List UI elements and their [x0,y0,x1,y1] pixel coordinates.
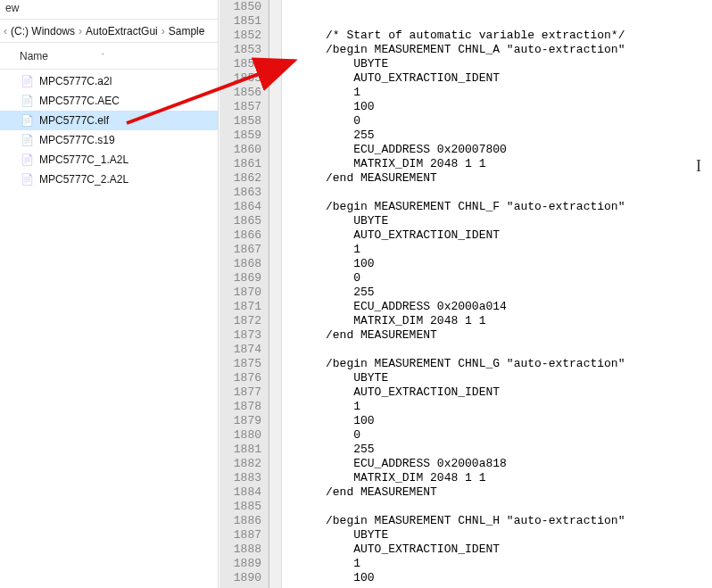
crumb-folder[interactable]: AutoExtractGui [86,25,158,37]
file-row[interactable]: 📄MPC5777C_2.A2L [0,170,218,189]
line-number: 1878 [227,400,261,414]
line-number: 1863 [227,186,261,200]
code-line[interactable]: 100 [291,414,712,428]
line-number: 1850 [227,0,261,14]
file-icon: 📄 [20,133,34,147]
line-number: 1884 [227,485,261,500]
chevron-right-icon: › [161,25,165,37]
code-line[interactable]: 0 [291,271,712,286]
line-number: 1887 [227,528,261,542]
chevron-right-icon: › [79,25,82,37]
code-line[interactable]: MATRIX_DIM 2048 1 1 [291,314,712,328]
line-number: 1875 [227,357,261,371]
chevron-left-icon[interactable]: ‹ [4,25,7,37]
file-row[interactable]: 📄MPC5777C.AEC [0,91,218,111]
code-line[interactable]: AUTO_EXTRACTION_IDENT [291,71,712,86]
crumb-root[interactable]: (C:) Windows [11,25,75,37]
line-number: 1859 [227,128,261,143]
breadcrumb[interactable]: ‹ (C:) Windows › AutoExtractGui › Sample [0,20,218,43]
code-line[interactable]: 1 [291,557,712,571]
code-line[interactable]: 0 [291,114,712,128]
column-name[interactable]: Name [20,50,48,62]
code-editor[interactable]: 1850185118521853185418551856185718581859… [219,0,712,588]
line-number: 1868 [227,257,261,271]
line-number: 1854 [227,57,261,71]
code-line[interactable] [291,186,712,200]
line-number: 1852 [227,29,261,43]
line-number: 1880 [227,428,261,443]
line-number: 1866 [227,228,261,243]
code-line[interactable] [291,500,712,514]
code-line[interactable] [291,343,712,357]
code-line[interactable]: MATRIX_DIM 2048 1 1 [291,157,712,171]
code-line[interactable]: 255 [291,286,712,300]
line-number: 1881 [227,443,261,457]
line-number: 1871 [227,300,261,314]
file-row[interactable]: 📄MPC5777C.elf [0,111,218,130]
code-line[interactable]: /end MEASUREMENT [291,328,712,343]
file-a2l-icon: 📄 [20,153,34,167]
code-line[interactable]: AUTO_EXTRACTION_IDENT [291,228,712,243]
line-number: 1857 [227,100,261,114]
code-line[interactable]: AUTO_EXTRACTION_IDENT [291,385,712,400]
line-number: 1890 [227,571,261,585]
code-line[interactable]: UBYTE [291,528,712,542]
code-line[interactable]: UBYTE [291,371,712,385]
code-line[interactable]: 100 [291,100,712,114]
code-area[interactable]: /* Start of automatic variable extractio… [282,0,712,588]
code-line[interactable]: 100 [291,257,712,271]
code-line[interactable]: 255 [291,128,712,143]
line-number: 1864 [227,200,261,214]
code-line[interactable]: 1 [291,86,712,100]
file-name: MPC5777C_2.A2L [39,173,128,186]
line-number: 1882 [227,457,261,471]
file-name: MPC5777C.elf [39,114,109,127]
menu-item[interactable]: ew [5,2,19,14]
line-number: 1886 [227,514,261,528]
code-line[interactable]: UBYTE [291,214,712,228]
file-row[interactable]: 📄MPC5777C.a2l [0,71,218,91]
line-number: 1855 [227,71,261,86]
code-line[interactable]: 1 [291,243,712,257]
code-line[interactable]: /begin MEASUREMENT CHNL_A "auto-extracti… [291,43,712,57]
code-line[interactable]: /begin MEASUREMENT CHNL_G "auto-extracti… [291,357,712,371]
code-line[interactable]: 100 [291,571,712,585]
file-row[interactable]: 📄MPC5777C_1.A2L [0,150,218,170]
code-line[interactable] [291,0,712,14]
code-line[interactable]: ECU_ADDRESS 0x20007800 [291,143,712,157]
code-line[interactable]: 0 [291,428,712,443]
code-line[interactable]: /end MEASUREMENT [291,485,712,500]
file-a2l-icon: 📄 [20,74,34,88]
line-number: 1872 [227,314,261,328]
line-number: 1876 [227,371,261,385]
code-line[interactable]: /* Start of automatic variable extractio… [291,29,712,43]
column-headers[interactable]: Name ˆ [0,43,218,70]
file-row[interactable]: 📄MPC5777C.s19 [0,130,218,150]
line-number: 1877 [227,385,261,400]
line-number: 1870 [227,286,261,300]
code-line[interactable] [291,14,712,29]
line-number: 1853 [227,43,261,57]
code-line[interactable]: /end MEASUREMENT [291,171,712,186]
file-name: MPC5777C.s19 [39,134,115,146]
menu-bar[interactable]: ew [0,0,218,20]
file-list: 📄MPC5777C.a2l📄MPC5777C.AEC📄MPC5777C.elf📄… [0,70,218,191]
file-a2l-icon: 📄 [20,172,34,186]
line-number: 1867 [227,243,261,257]
code-line[interactable]: 255 [291,443,712,457]
line-number: 1888 [227,542,261,557]
line-number: 1879 [227,414,261,428]
code-line[interactable]: ECU_ADDRESS 0x2000a818 [291,457,712,471]
line-gutter: 1850185118521853185418551856185718581859… [219,0,269,588]
code-line[interactable]: /begin MEASUREMENT CHNL_H "auto-extracti… [291,514,712,528]
crumb-leaf[interactable]: Sample [169,25,205,37]
code-line[interactable]: ECU_ADDRESS 0x2000a014 [291,300,712,314]
code-line[interactable]: /begin MEASUREMENT CHNL_F "auto-extracti… [291,200,712,214]
code-line[interactable]: AUTO_EXTRACTION_IDENT [291,542,712,557]
line-number: 1874 [227,343,261,357]
code-line[interactable]: UBYTE [291,57,712,71]
code-line[interactable]: 1 [291,400,712,414]
file-icon: 📄 [20,94,34,108]
line-number: 1851 [227,14,261,29]
code-line[interactable]: MATRIX_DIM 2048 1 1 [291,471,712,485]
